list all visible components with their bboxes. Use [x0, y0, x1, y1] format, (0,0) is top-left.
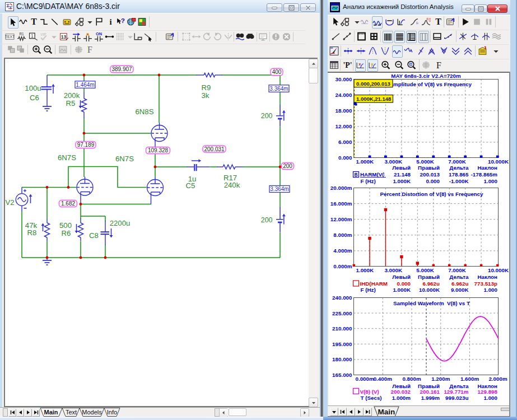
svg-text:Main: Main	[378, 408, 395, 416]
svg-text:7.000K: 7.000K	[448, 267, 466, 273]
svg-text:Models: Models	[82, 409, 102, 416]
svg-text:R5: R5	[66, 99, 76, 108]
svg-text:30.000: 30.000	[336, 76, 353, 82]
svg-text:R8: R8	[27, 228, 37, 237]
svg-text:C8: C8	[89, 231, 99, 240]
svg-text:389.907: 389.907	[111, 66, 132, 72]
svg-text:200.031: 200.031	[204, 146, 225, 152]
svg-text:5.000K: 5.000K	[416, 158, 434, 165]
svg-text:24.000: 24.000	[336, 92, 353, 98]
svg-text:12.000: 12.000	[336, 123, 353, 129]
svg-text:6.000: 6.000	[338, 139, 352, 145]
svg-text:1.000K,21.148: 1.000K,21.148	[356, 96, 391, 102]
svg-text:V2: V2	[5, 198, 14, 207]
svg-text:10.000K: 10.000K	[419, 287, 440, 293]
svg-text:T (Secs): T (Secs)	[361, 395, 382, 401]
svg-text:3k: 3k	[202, 91, 209, 100]
svg-text:Text: Text	[66, 409, 77, 416]
svg-text:IHD(HARM: IHD(HARM	[360, 281, 388, 287]
svg-text:16.000m: 16.000m	[330, 200, 352, 207]
svg-text:200: 200	[283, 163, 292, 169]
svg-text:999.023u: 999.023u	[445, 395, 468, 401]
svg-text:1.000m: 1.000m	[392, 395, 411, 401]
svg-text:MAY 6n8s-3.cir V2.A=720m: MAY 6n8s-3.cir V2.A=720m	[391, 73, 461, 79]
svg-text:210.000: 210.000	[332, 325, 352, 332]
svg-text:TEXT: TEXT	[5, 35, 15, 39]
svg-text:12.000m: 12.000m	[330, 216, 352, 222]
svg-text:200.032: 200.032	[391, 389, 411, 395]
svg-text:180.000: 180.000	[332, 356, 352, 362]
svg-text:R1: R1	[19, 32, 24, 36]
svg-text:5.000K: 5.000K	[416, 267, 434, 273]
svg-text:13: 13	[61, 34, 67, 40]
svg-text:10.000K: 10.000K	[488, 158, 509, 165]
svg-text:B: B	[354, 172, 357, 178]
svg-text:7.000K: 7.000K	[448, 158, 466, 165]
svg-text:1.000K: 1.000K	[356, 267, 374, 273]
svg-text:Дельта: Дельта	[449, 274, 469, 280]
svg-text:6.962u: 6.962u	[422, 281, 440, 287]
svg-text:Левый: Левый	[392, 165, 411, 171]
svg-text:6.962u: 6.962u	[451, 281, 469, 287]
svg-text:3.000K: 3.000K	[384, 158, 402, 165]
svg-text:1.999m: 1.999m	[421, 395, 440, 401]
svg-text:178.865: 178.865	[449, 171, 469, 178]
svg-text:6N8S: 6N8S	[136, 108, 154, 116]
svg-text:21.148: 21.148	[394, 171, 411, 178]
svg-text:1.682: 1.682	[61, 200, 75, 207]
svg-text:1.200m: 1.200m	[431, 376, 450, 382]
svg-text:0.000: 0.000	[338, 155, 352, 161]
svg-text:1.000K: 1.000K	[356, 158, 374, 165]
svg-text:1.000: 1.000	[483, 178, 497, 184]
svg-text:1.000: 1.000	[483, 287, 497, 293]
svg-text:240k: 240k	[224, 181, 240, 189]
svg-text:R6: R6	[62, 229, 71, 237]
svg-text:1.600m: 1.600m	[460, 376, 479, 382]
svg-text:Percent Distortion of V(8) vs: Percent Distortion of V(8) vs Frequency	[380, 191, 483, 197]
svg-text:Правый: Правый	[418, 274, 440, 280]
svg-text:0.400m: 0.400m	[374, 376, 393, 382]
svg-text:ON: ON	[96, 32, 102, 36]
svg-text:0.000m: 0.000m	[333, 263, 352, 269]
svg-text:6N7S: 6N7S	[115, 155, 134, 163]
svg-text:1.000K: 1.000K	[393, 287, 411, 293]
svg-text:-1.000K: -1.000K	[449, 178, 469, 184]
svg-text:200.161: 200.161	[420, 389, 440, 395]
svg-text:3.364m: 3.364m	[269, 86, 288, 92]
svg-text:Amplitude of V(8) vs Frequency: Amplitude of V(8) vs Frequency	[389, 81, 472, 87]
svg-text:C5: C5	[186, 181, 195, 190]
svg-text:1.000K: 1.000K	[393, 178, 411, 184]
svg-text:Наклон: Наклон	[477, 274, 497, 280]
svg-text:10.000K: 10.000K	[488, 267, 509, 273]
svg-text:F: F	[87, 45, 92, 54]
svg-text:-178.865m: -178.865m	[471, 171, 498, 178]
svg-text:R9: R9	[202, 83, 211, 92]
svg-text:0.000: 0.000	[397, 281, 411, 287]
svg-text:18.000: 18.000	[336, 108, 353, 114]
svg-text:2.000m: 2.000m	[488, 376, 507, 382]
svg-text:3.000K: 3.000K	[384, 267, 402, 273]
svg-text:0.800m: 0.800m	[402, 376, 421, 382]
svg-text:T: T	[435, 17, 441, 26]
svg-text:HARM(V(8: HARM(V(8	[360, 171, 387, 178]
svg-text:F(): F()	[427, 17, 431, 22]
svg-text:1.464m: 1.464m	[76, 82, 94, 88]
svg-text:i: i	[109, 17, 111, 26]
svg-text:1.000: 1.000	[483, 395, 497, 401]
svg-text:Дельта: Дельта	[449, 165, 469, 171]
svg-text:129.898: 129.898	[478, 389, 498, 395]
svg-text:Наклон: Наклон	[477, 165, 497, 171]
svg-text:20.000m: 20.000m	[330, 185, 352, 191]
svg-text:Правый: Правый	[418, 165, 440, 171]
svg-text:97.189: 97.189	[77, 142, 95, 148]
svg-text:0.000: 0.000	[426, 178, 440, 184]
svg-text:4.000m: 4.000m	[333, 248, 352, 254]
svg-text:'P': 'P'	[343, 61, 352, 69]
svg-text:1.0: 1.0	[416, 21, 419, 25]
svg-text:200: 200	[261, 112, 273, 120]
svg-text:F (Hz): F (Hz)	[361, 287, 376, 293]
svg-text:0.000,200.013: 0.000,200.013	[356, 81, 390, 87]
svg-text:100u: 100u	[25, 84, 41, 92]
svg-text:200k: 200k	[64, 91, 80, 100]
svg-text:195.000: 195.000	[332, 341, 352, 347]
